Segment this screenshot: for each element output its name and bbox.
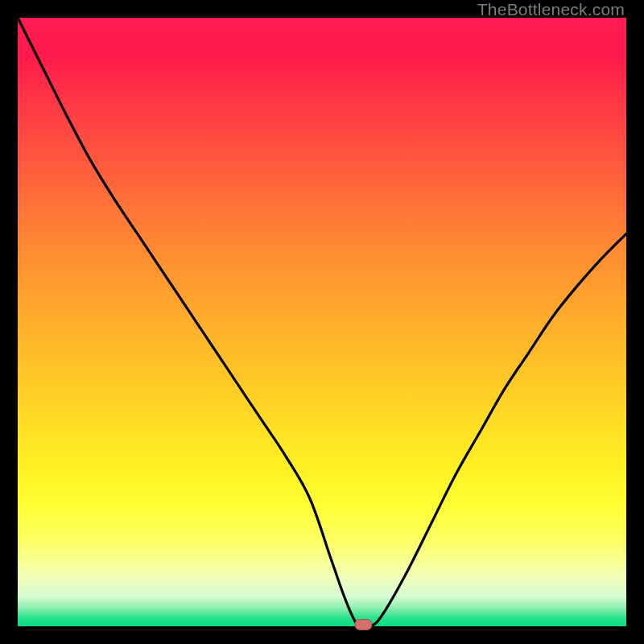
chart-frame: TheBottleneck.com [0,0,644,644]
plot-area [18,18,626,626]
bottleneck-curve-svg [18,18,626,626]
bottleneck-curve-path [18,18,626,629]
optimum-marker [355,620,372,630]
watermark-text: TheBottleneck.com [477,0,625,19]
